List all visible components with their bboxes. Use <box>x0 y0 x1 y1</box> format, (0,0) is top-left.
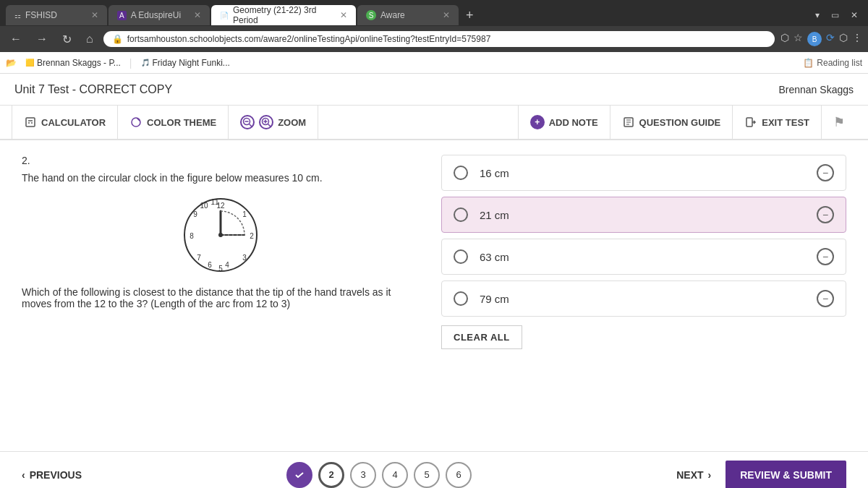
tab-close-icon2[interactable]: ✕ <box>194 10 201 20</box>
question-guide-button[interactable]: QUESTION GUIDE <box>610 106 733 139</box>
answer-panel: 16 cm − 21 cm − 63 cm − 79 cm − CLEAR AL… <box>441 155 846 437</box>
close-button[interactable]: ✕ <box>846 10 862 20</box>
flag-icon[interactable]: ⚑ <box>833 114 845 130</box>
main-content: 2. The hand on the circular clock in the… <box>0 140 868 451</box>
dot-2-label: 2 <box>328 469 333 480</box>
answer-option-c[interactable]: 63 cm − <box>441 239 846 275</box>
answer-text-b: 21 cm <box>480 209 817 221</box>
address-bar: ← → ↻ ⌂ 🔒 fortsamhouston.schoolobjects.c… <box>0 26 868 52</box>
bookmarks-bar: 📂 🟨 Brennan Skaggs - P... | 🎵 Friday Nig… <box>0 52 868 74</box>
extensions-icon[interactable]: ⬡ <box>839 32 848 46</box>
answer-option-b[interactable]: 21 cm − <box>441 197 846 233</box>
add-note-icon: + <box>530 115 545 129</box>
bottom-nav: ‹ PREVIOUS 2 3 4 5 6 NEXT › REVIEW & SUB… <box>0 451 868 488</box>
svg-text:8: 8 <box>190 232 194 240</box>
sync-icon[interactable]: ⟳ <box>826 32 835 46</box>
question-dot-1[interactable] <box>286 462 312 488</box>
answer-text-a: 16 cm <box>480 167 817 179</box>
url-box[interactable]: 🔒 fortsamhouston.schoolobjects.com/aware… <box>103 31 775 47</box>
minimize-button[interactable]: ▾ <box>811 10 824 20</box>
answer-elim-d[interactable]: − <box>817 290 834 307</box>
test-title: Unit 7 Test - CORRECT COPY <box>14 83 172 96</box>
answer-option-d[interactable]: 79 cm − <box>441 281 846 317</box>
question-text: The hand on the circular clock in the fi… <box>22 172 420 184</box>
previous-label: PREVIOUS <box>30 469 82 481</box>
next-button[interactable]: NEXT › <box>676 469 711 481</box>
lock-icon: 🔒 <box>112 34 123 44</box>
answer-text-c: 63 cm <box>480 251 817 263</box>
review-submit-button[interactable]: REVIEW & SUBMIT <box>726 461 846 489</box>
tab-fshisd[interactable]: ⚏ FSHISD ✕ <box>6 5 107 25</box>
svg-rect-0 <box>26 118 35 127</box>
previous-button[interactable]: ‹ PREVIOUS <box>22 469 82 481</box>
tab-eduspire[interactable]: A A EduspireUi ✕ <box>109 5 210 25</box>
refresh-button[interactable]: ↻ <box>58 31 76 48</box>
question-dot-2[interactable]: 2 <box>318 462 344 488</box>
svg-text:4: 4 <box>225 261 229 269</box>
question-dot-6[interactable]: 6 <box>446 462 472 488</box>
tab-close-icon[interactable]: ✕ <box>91 10 98 20</box>
star-icon[interactable]: ☆ <box>793 32 803 46</box>
bookmarks-icon: 📂 <box>6 58 17 68</box>
color-theme-label: COLOR THEME <box>147 117 216 128</box>
add-note-button[interactable]: + ADD NOTE <box>518 106 610 139</box>
toolbar: CALCULATOR COLOR THEME ZOOM + ADD NOTE Q… <box>0 106 868 140</box>
answer-elim-b[interactable]: − <box>817 206 834 223</box>
dot-6-label: 6 <box>456 469 461 480</box>
svg-line-9 <box>268 124 271 127</box>
question-dot-3[interactable]: 3 <box>350 462 376 488</box>
question-guide-icon <box>622 116 635 129</box>
zoom-in-icon[interactable] <box>259 115 273 129</box>
reading-list-icon: 📋 <box>803 58 814 68</box>
next-label: NEXT <box>676 469 703 481</box>
profile-icon[interactable]: B <box>807 32 822 46</box>
svg-text:10: 10 <box>200 202 208 210</box>
svg-line-6 <box>250 124 252 127</box>
bookmark-skaggs[interactable]: 🟨 Brennan Skaggs - P... <box>25 58 121 68</box>
clear-all-button[interactable]: CLEAR ALL <box>441 325 522 349</box>
bookmark-friday[interactable]: 🎵 Friday Night Funki... <box>141 58 230 68</box>
calculator-label: CALCULATOR <box>41 117 106 128</box>
back-button[interactable]: ← <box>6 31 26 47</box>
zoom-out-icon[interactable] <box>240 115 255 129</box>
question-dot-4[interactable]: 4 <box>382 462 408 488</box>
bookmark-separator: | <box>129 57 132 69</box>
question-dots: 2 3 4 5 6 <box>82 462 676 488</box>
color-theme-button[interactable]: COLOR THEME <box>118 106 229 139</box>
zoom-label: ZOOM <box>278 117 306 128</box>
question-guide-label: QUESTION GUIDE <box>639 117 721 128</box>
new-tab-button[interactable]: + <box>460 8 480 23</box>
user-name: Brennan Skaggs <box>778 84 854 95</box>
answer-radio-b <box>454 207 468 222</box>
forward-button[interactable]: → <box>32 31 52 47</box>
question-sub-text: Which of the following is closest to the… <box>22 286 420 309</box>
tab-close-icon3[interactable]: ✕ <box>340 10 347 20</box>
tab-bar: ⚏ FSHISD ✕ A A EduspireUi ✕ 📄 Geometry (… <box>0 0 868 26</box>
question-number: 2. <box>22 155 420 166</box>
answer-radio-c <box>454 249 468 264</box>
tab-close-icon4[interactable]: ✕ <box>443 10 450 20</box>
svg-text:11: 11 <box>210 198 219 206</box>
tab-geometry[interactable]: 📄 Geometry (21-22) 3rd Period ✕ <box>211 5 356 25</box>
tab-fshisd-label: FSHISD <box>25 10 57 20</box>
calculator-button[interactable]: CALCULATOR <box>12 106 118 139</box>
tab-aware[interactable]: S Aware ✕ <box>357 5 459 25</box>
reading-list-label: Reading list <box>817 58 862 68</box>
svg-text:7: 7 <box>197 254 201 262</box>
reading-list-button[interactable]: 📋 Reading list <box>803 58 862 68</box>
share-icon[interactable]: ⬡ <box>780 32 789 46</box>
answer-option-a[interactable]: 16 cm − <box>441 155 846 191</box>
browser-toolbar-icons: ⬡ ☆ B ⟳ ⬡ ⋮ <box>780 32 862 46</box>
exit-test-button[interactable]: EXIT TEST <box>732 106 821 139</box>
answer-elim-c[interactable]: − <box>817 248 834 265</box>
question-dot-5[interactable]: 5 <box>414 462 440 488</box>
clock-figure: 12 1 2 3 4 5 6 7 8 9 10 11 <box>22 195 420 275</box>
maximize-button[interactable]: ▭ <box>827 10 843 20</box>
answer-elim-a[interactable]: − <box>817 164 834 181</box>
menu-icon[interactable]: ⋮ <box>852 32 862 46</box>
zoom-controls: ZOOM <box>229 106 318 139</box>
color-theme-icon <box>129 116 142 129</box>
exit-test-label: EXIT TEST <box>762 117 809 128</box>
home-button[interactable]: ⌂ <box>82 31 98 47</box>
tab-geometry-label: Geometry (21-22) 3rd Period <box>233 5 336 25</box>
